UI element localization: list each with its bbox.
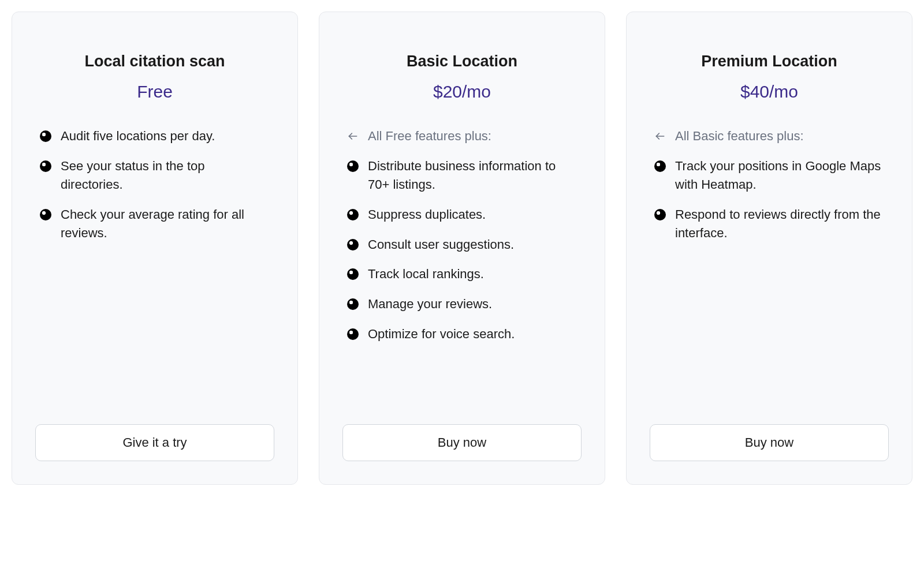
feature-text: Check your average rating for all review…	[61, 205, 270, 242]
feature-item: Check your average rating for all review…	[40, 205, 270, 242]
plan-card-basic: Basic Location $20/mo All Free features …	[319, 12, 605, 485]
feature-list: All Free features plus: Distribute busin…	[342, 127, 582, 410]
bullet-icon	[347, 239, 359, 250]
feature-item: Optimize for voice search.	[347, 325, 577, 343]
feature-text: Consult user suggestions.	[368, 235, 514, 254]
plan-card-premium: Premium Location $40/mo All Basic featur…	[626, 12, 912, 485]
feature-text: Track your positions in Google Maps with…	[675, 157, 884, 194]
bullet-icon	[347, 160, 359, 172]
feature-text: All Basic features plus:	[675, 127, 804, 145]
bullet-icon	[347, 298, 359, 310]
feature-inherit: All Basic features plus:	[654, 127, 884, 145]
bullet-icon	[40, 209, 51, 220]
cta-buy-now[interactable]: Buy now	[342, 424, 582, 461]
pricing-grid: Local citation scan Free Audit five loca…	[12, 12, 912, 485]
feature-text: Distribute business information to 70+ l…	[368, 157, 577, 194]
plan-price: Free	[35, 82, 274, 102]
feature-text: Audit five locations per day.	[61, 127, 215, 145]
feature-text: Respond to reviews directly from the int…	[675, 205, 884, 242]
bullet-icon	[347, 209, 359, 220]
feature-text: All Free features plus:	[368, 127, 491, 145]
plan-card-free: Local citation scan Free Audit five loca…	[12, 12, 298, 485]
bullet-icon	[347, 268, 359, 280]
feature-item: Track local rankings.	[347, 265, 577, 283]
feature-text: See your status in the top directories.	[61, 157, 270, 194]
feature-text: Suppress duplicates.	[368, 205, 486, 224]
feature-text: Manage your reviews.	[368, 295, 492, 313]
feature-item: Distribute business information to 70+ l…	[347, 157, 577, 194]
bullet-icon	[654, 160, 666, 172]
plan-price: $20/mo	[342, 82, 582, 102]
feature-list: All Basic features plus: Track your posi…	[650, 127, 889, 410]
plan-title: Local citation scan	[35, 53, 274, 70]
feature-item: Suppress duplicates.	[347, 205, 577, 224]
arrow-left-icon	[654, 130, 666, 142]
bullet-icon	[40, 160, 51, 172]
feature-text: Optimize for voice search.	[368, 325, 515, 343]
feature-text: Track local rankings.	[368, 265, 484, 283]
feature-item: Manage your reviews.	[347, 295, 577, 313]
bullet-icon	[347, 328, 359, 340]
plan-title: Premium Location	[650, 53, 889, 70]
plan-price: $40/mo	[650, 82, 889, 102]
bullet-icon	[654, 209, 666, 220]
cta-buy-now[interactable]: Buy now	[650, 424, 889, 461]
feature-item: See your status in the top directories.	[40, 157, 270, 194]
feature-item: Respond to reviews directly from the int…	[654, 205, 884, 242]
bullet-icon	[40, 130, 51, 142]
cta-give-it-a-try[interactable]: Give it a try	[35, 424, 274, 461]
feature-list: Audit five locations per day. See your s…	[35, 127, 274, 410]
plan-title: Basic Location	[342, 53, 582, 70]
feature-item: Track your positions in Google Maps with…	[654, 157, 884, 194]
feature-item: Audit five locations per day.	[40, 127, 270, 145]
arrow-left-icon	[347, 130, 359, 142]
feature-item: Consult user suggestions.	[347, 235, 577, 254]
feature-inherit: All Free features plus:	[347, 127, 577, 145]
